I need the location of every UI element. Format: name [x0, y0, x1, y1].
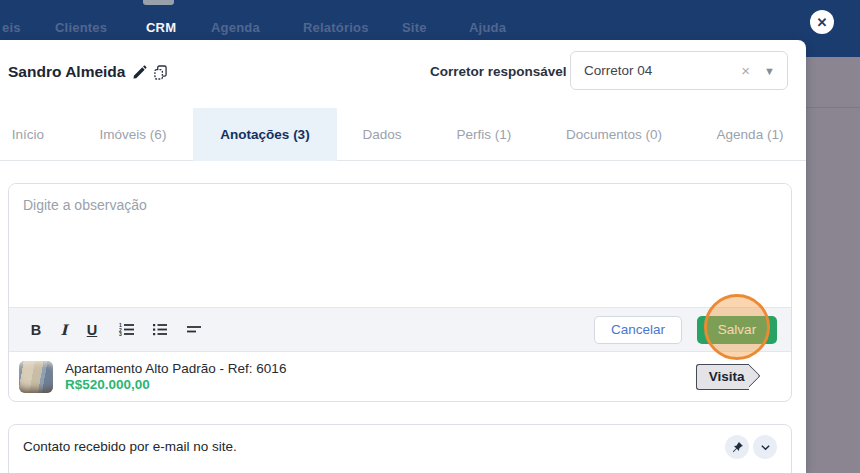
nav-item-clientes[interactable]: Clientes [55, 20, 107, 35]
property-price: R$520.000,00 [65, 377, 286, 393]
cancel-button[interactable]: Cancelar [594, 316, 682, 344]
note-composer-card: B I U 123 Cancelar Salvar [8, 183, 792, 402]
bold-button[interactable]: B [23, 317, 49, 343]
client-detail-modal: Sandro Almeida Corretor responsável Corr… [0, 40, 806, 473]
bullet-list-icon[interactable] [147, 317, 173, 343]
tab-anotacoes[interactable]: Anotações (3) [193, 108, 337, 161]
visit-badge-label: Visita [696, 364, 749, 390]
client-name: Sandro Almeida [8, 63, 125, 81]
active-nav-indicator [143, 0, 174, 5]
linked-property-row[interactable]: Apartamento Alto Padrão - Ref: 6016 R$52… [9, 352, 791, 401]
tab-dados[interactable]: Dados [337, 108, 427, 161]
formatting-toolbar: B I U 123 Cancelar Salvar [9, 307, 791, 352]
nav-item-crm[interactable]: CRM [146, 20, 176, 35]
edit-pencil-icon[interactable] [132, 65, 147, 80]
responsible-broker-value: Corretor 04 [584, 63, 741, 78]
responsible-broker-label: Corretor responsável [430, 64, 567, 79]
property-info: Apartamento Alto Padrão - Ref: 6016 R$52… [65, 361, 286, 393]
observation-input[interactable] [9, 184, 791, 307]
nav-item-ajuda[interactable]: Ajuda [469, 20, 506, 35]
backdrop-divider [806, 107, 860, 108]
svg-text:3: 3 [119, 331, 122, 337]
pin-button[interactable] [725, 435, 749, 459]
italic-button[interactable]: I [51, 317, 77, 343]
save-button[interactable]: Salvar [697, 316, 777, 344]
nav-item-relatorios[interactable]: Relatórios [303, 20, 369, 35]
close-modal-button[interactable]: ✕ [810, 10, 834, 34]
ordered-list-icon[interactable]: 123 [113, 317, 139, 343]
chevron-down-icon[interactable]: ▼ [764, 65, 775, 77]
property-thumbnail [19, 361, 53, 393]
expand-button[interactable] [753, 435, 777, 459]
responsible-broker-select[interactable]: Corretor 04 × ▼ [570, 51, 788, 90]
visit-status-badge: Visita [696, 364, 757, 390]
tab-inicio[interactable]: Início [0, 108, 56, 161]
close-icon: ✕ [817, 15, 828, 30]
tab-perfis[interactable]: Perfis (1) [430, 108, 538, 161]
clear-selection-icon[interactable]: × [741, 62, 750, 79]
underline-button[interactable]: U [79, 317, 105, 343]
annotation-actions [725, 435, 777, 459]
tab-imoveis[interactable]: Imóveis (6) [70, 108, 196, 161]
annotation-text: Contato recebido por e-mail no site. [23, 435, 237, 459]
chevron-down-icon [760, 442, 771, 453]
tab-agenda[interactable]: Agenda (1) [690, 108, 806, 161]
property-title: Apartamento Alto Padrão - Ref: 6016 [65, 361, 286, 377]
pin-icon [731, 441, 744, 454]
nav-item-imoveis-truncated[interactable]: eis [2, 20, 21, 35]
nav-item-site[interactable]: Site [402, 20, 427, 35]
annotation-card: Contato recebido por e-mail no site. [8, 424, 792, 473]
tab-documentos[interactable]: Documentos (0) [545, 108, 683, 161]
align-left-icon[interactable] [181, 317, 207, 343]
screen: eis Clientes CRM Agenda Relatórios Site … [0, 0, 860, 473]
nav-item-agenda[interactable]: Agenda [211, 20, 260, 35]
client-tabs: Início Imóveis (6) Anotações (3) Dados P… [0, 108, 806, 161]
copy-icon[interactable] [154, 65, 167, 80]
client-header: Sandro Almeida [8, 63, 167, 81]
